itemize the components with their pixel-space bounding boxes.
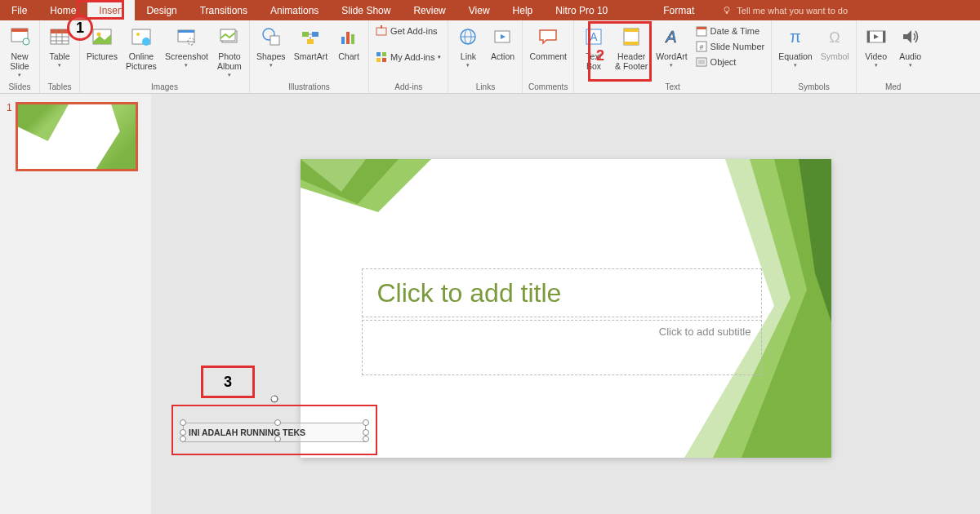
svg-text:π: π xyxy=(790,28,801,46)
svg-rect-3 xyxy=(11,29,28,32)
rotation-handle[interactable] xyxy=(270,395,278,403)
slide-number-button[interactable]: # Slide Number xyxy=(693,39,768,54)
svg-rect-1 xyxy=(726,11,728,13)
online-pictures-icon xyxy=(128,24,154,50)
slide[interactable]: Click to add title Click to add subtitle xyxy=(301,159,831,458)
shapes-button[interactable]: Shapes ▾ xyxy=(253,22,289,70)
svg-rect-28 xyxy=(341,37,345,44)
group-images: Pictures Online Pictures Screenshot ▾ Ph… xyxy=(80,20,250,93)
shapes-icon xyxy=(258,24,284,50)
group-illustrations: Shapes ▾ SmartArt Chart Illustrations xyxy=(250,20,369,93)
wordart-button[interactable]: A WordArt ▾ xyxy=(653,22,690,70)
svg-rect-57 xyxy=(867,31,870,42)
svg-rect-29 xyxy=(346,32,350,44)
svg-point-4 xyxy=(23,38,29,45)
tab-slideshow[interactable]: Slide Show xyxy=(330,0,402,20)
group-slides: New Slide ▾ Slides xyxy=(0,20,40,93)
get-addins-button[interactable]: Get Add-ins xyxy=(372,24,444,38)
audio-button[interactable]: Audio ▾ xyxy=(894,22,927,70)
tab-transitions[interactable]: Transitions xyxy=(189,0,259,20)
resize-handle[interactable] xyxy=(363,436,369,442)
symbol-button[interactable]: Ω Symbol xyxy=(817,22,853,63)
resize-handle[interactable] xyxy=(180,436,186,442)
chevron-down-icon: ▾ xyxy=(185,62,188,69)
link-icon xyxy=(455,24,481,50)
group-symbols: π Equation ▾ Ω Symbol Symbols xyxy=(772,20,856,93)
equation-icon: π xyxy=(782,24,808,50)
svg-rect-32 xyxy=(381,25,382,29)
chevron-down-icon: ▾ xyxy=(670,62,673,69)
chevron-down-icon: ▾ xyxy=(875,62,878,69)
resize-handle[interactable] xyxy=(363,419,369,426)
photo-album-icon xyxy=(216,24,243,50)
thumb-decor-icon xyxy=(91,102,138,171)
photo-album-button[interactable]: Photo Album ▾ xyxy=(213,22,246,80)
svg-marker-60 xyxy=(903,30,911,43)
screenshot-button[interactable]: Screenshot ▾ xyxy=(162,22,212,70)
my-addins-button[interactable]: My Add-ins ▾ xyxy=(372,50,444,64)
group-label-text: Text xyxy=(577,81,768,93)
tell-me-search[interactable]: Tell me what you want to do xyxy=(722,0,848,20)
chevron-down-icon: ▾ xyxy=(438,54,441,60)
svg-rect-6 xyxy=(51,29,69,33)
object-button[interactable]: Object xyxy=(693,55,768,69)
group-label-slides: Slides xyxy=(3,81,36,93)
slide-decoration-icon xyxy=(301,159,431,249)
chevron-down-icon: ▾ xyxy=(58,62,61,69)
tab-design[interactable]: Design xyxy=(135,0,188,20)
resize-handle[interactable] xyxy=(180,419,186,426)
svg-rect-35 xyxy=(376,58,381,62)
svg-rect-22 xyxy=(270,36,279,45)
svg-rect-49 xyxy=(697,27,706,29)
screenshot-icon xyxy=(173,24,199,50)
tab-animations[interactable]: Animations xyxy=(259,0,330,20)
audio-icon xyxy=(898,24,924,50)
svg-point-0 xyxy=(724,7,729,11)
group-label-images: Images xyxy=(83,81,246,93)
thumbnail-panel: 1 xyxy=(0,94,151,514)
tab-file[interactable]: File xyxy=(0,0,38,20)
group-label-links: Links xyxy=(452,81,519,93)
title-placeholder[interactable]: Click to add title xyxy=(362,268,762,317)
resize-handle[interactable] xyxy=(180,429,186,436)
chevron-down-icon: ▾ xyxy=(909,62,912,69)
thumbnail-number: 1 xyxy=(7,102,12,171)
svg-rect-17 xyxy=(178,30,194,33)
link-button[interactable]: Link ▾ xyxy=(452,22,484,70)
new-slide-button[interactable]: New Slide ▾ xyxy=(3,22,36,80)
subtitle-placeholder[interactable]: Click to add subtitle xyxy=(362,320,762,375)
action-button[interactable]: Action xyxy=(486,22,519,63)
chart-button[interactable]: Chart xyxy=(332,22,365,63)
svg-rect-25 xyxy=(307,39,314,44)
tab-review[interactable]: Review xyxy=(402,0,457,20)
svg-rect-30 xyxy=(351,34,354,44)
group-addins: Get Add-ins My Add-ins ▾ Add-ins xyxy=(369,20,448,93)
wordart-icon: A xyxy=(658,24,684,50)
tab-help[interactable]: Help xyxy=(501,0,545,20)
svg-text:#: # xyxy=(699,43,703,51)
chart-icon xyxy=(336,24,362,50)
tab-view[interactable]: View xyxy=(457,0,501,20)
action-icon xyxy=(489,24,515,50)
resize-handle[interactable] xyxy=(274,436,281,442)
group-comments: Comment Comments xyxy=(523,20,574,93)
tab-nitro[interactable]: Nitro Pro 10 xyxy=(544,0,619,20)
tab-format[interactable]: Format xyxy=(652,0,706,20)
equation-button[interactable]: π Equation ▾ xyxy=(775,22,815,70)
resize-handle[interactable] xyxy=(274,419,281,426)
svg-rect-31 xyxy=(376,28,386,35)
tab-bar: File Home Insert Design Transitions Anim… xyxy=(0,0,980,20)
date-time-button[interactable]: Date & Time xyxy=(693,24,768,38)
video-button[interactable]: Video ▾ xyxy=(860,22,893,70)
store-icon xyxy=(376,25,387,37)
comment-button[interactable]: Comment xyxy=(526,22,570,63)
online-pictures-button[interactable]: Online Pictures xyxy=(122,22,160,73)
annotation-1: 1 xyxy=(67,15,93,41)
tell-me-label: Tell me what you want to do xyxy=(737,6,848,16)
group-label-symbols: Symbols xyxy=(775,81,852,93)
chevron-down-icon: ▾ xyxy=(270,62,273,69)
chevron-down-icon: ▾ xyxy=(228,72,231,78)
smartart-button[interactable]: SmartArt xyxy=(291,22,331,63)
resize-handle[interactable] xyxy=(363,429,369,436)
slide-thumbnail-1[interactable] xyxy=(16,102,138,171)
